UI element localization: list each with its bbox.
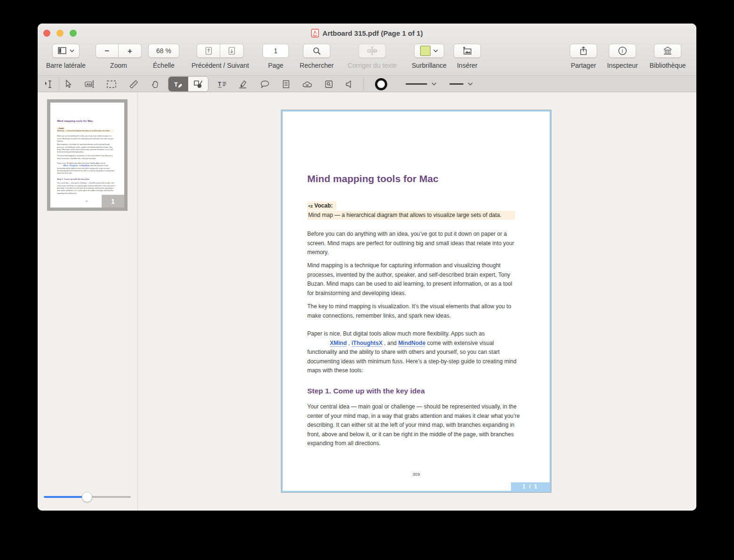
svg-text:x: x <box>368 49 370 52</box>
insert-button[interactable] <box>454 44 481 58</box>
search-button[interactable] <box>303 44 330 58</box>
library-building-icon <box>662 46 673 56</box>
text-annotation-icon: T <box>173 80 184 89</box>
inspector-button[interactable]: i <box>609 44 636 58</box>
share-button[interactable] <box>570 44 597 58</box>
paragraph-2: Mind mapping is a technique for capturin… <box>307 261 520 298</box>
speech-bubble-icon <box>260 80 270 89</box>
highlighter-icon <box>238 80 248 89</box>
link-mindnode[interactable]: MindNode <box>398 340 425 347</box>
ruler-icon <box>128 79 139 89</box>
sidebar-toggle-label: Barre latérale <box>46 62 86 69</box>
scale-button[interactable]: 68 % <box>148 44 179 58</box>
highlight-label: Surbrillance <box>412 62 447 69</box>
document-viewport[interactable]: Mind mapping tools for Mac <z Vocab: Min… <box>138 92 696 511</box>
chevron-down-icon <box>433 49 438 52</box>
page-content: Mind mapping tools for Mac <z Vocab: Min… <box>50 103 123 206</box>
inspector-label: Inspecteur <box>607 62 638 69</box>
speech-bubble-tool[interactable] <box>257 77 272 91</box>
document-title: Mind mapping tools for Mac <box>57 120 93 123</box>
sidebar-toggle-button[interactable] <box>52 44 80 58</box>
library-button[interactable] <box>654 44 681 58</box>
text-box-icon: T <box>217 80 227 89</box>
stamp-tool[interactable] <box>300 77 315 91</box>
thumbnail-zoom-slider[interactable] <box>44 492 131 502</box>
edit-text-tool[interactable]: Ab <box>82 77 97 91</box>
color-well[interactable] <box>374 77 389 91</box>
paragraph-2: Mind mapping is a technique for capturin… <box>57 144 115 153</box>
sidebar-icon <box>57 47 67 55</box>
highlight-button[interactable] <box>414 44 444 58</box>
pointer-tool[interactable] <box>61 77 76 91</box>
main-toolbar: Barre latérale − + Zoom 68 % Échelle <box>38 42 696 75</box>
vocab-label: Vocab: <box>59 128 64 129</box>
next-page-button[interactable] <box>220 44 244 58</box>
correct-text-button: x ab <box>359 44 386 58</box>
highlighter-tool[interactable] <box>236 77 251 91</box>
paragraph-1: Before you can do anything with an idea,… <box>57 135 115 143</box>
note-tool[interactable] <box>279 77 294 91</box>
selection-rectangle-icon <box>106 80 117 88</box>
highlight-color-swatch <box>420 46 431 56</box>
slider-thumb[interactable] <box>82 492 92 502</box>
link-ithoughtsx[interactable]: iThoughtsX <box>351 340 383 347</box>
text-box-tool[interactable]: T <box>215 77 230 91</box>
sound-tool[interactable] <box>342 77 357 91</box>
hand-icon <box>151 80 160 89</box>
ruler-tool[interactable] <box>126 77 141 91</box>
shapes-tool[interactable] <box>188 77 208 91</box>
hand-tool[interactable] <box>148 77 163 91</box>
document-title: Mind mapping tools for Mac <box>307 173 439 184</box>
paragraph-4: Paper is nice. But digital tools allow m… <box>57 162 115 175</box>
stamp-cloud-icon <box>302 80 313 89</box>
attachment-icon <box>324 80 334 89</box>
vocab-definition: Mind map — a hierarchical diagram that a… <box>307 211 515 220</box>
pdf-page[interactable]: Mind mapping tools for Mac <z Vocab: Min… <box>281 110 551 493</box>
vocab-heading: <z Vocab: <box>307 201 336 210</box>
paragraph-4: Paper is nice. But digital tools allow m… <box>307 329 520 376</box>
insert-label: Insérer <box>457 62 478 69</box>
svg-text:ab: ab <box>374 49 377 52</box>
zoom-out-button[interactable]: − <box>96 44 119 58</box>
zoom-in-button[interactable]: + <box>119 44 142 58</box>
paragraph-4-text: Paper is nice. But digital tools allow m… <box>57 162 105 164</box>
info-icon: i <box>618 46 627 56</box>
step-1-heading: Step 1. Come up with the key idea <box>307 387 425 395</box>
page-count-badge: 1 / 1 <box>511 482 550 491</box>
library-label: Bibliothèque <box>649 62 686 69</box>
pdf-file-icon: PDF <box>311 29 319 38</box>
paragraph-4-text: , <box>347 340 351 346</box>
correct-text-icon: x ab <box>367 46 377 56</box>
stroke-width-dropdown[interactable] <box>402 77 440 91</box>
chevron-down-icon <box>70 49 74 52</box>
select-rectangle-tool[interactable] <box>104 77 119 91</box>
vocab-label: Vocab: <box>314 202 333 209</box>
paragraph-4-text: , and <box>78 165 82 167</box>
attachment-tool[interactable] <box>321 77 336 91</box>
zoom-in-glyph: + <box>128 47 132 55</box>
toolbar-separator <box>363 77 364 91</box>
link-xmind[interactable]: XMind <box>330 340 347 347</box>
previous-page-button[interactable] <box>197 44 220 58</box>
page-field[interactable] <box>263 44 289 58</box>
paragraph-4-text: Paper is nice. But digital tools allow m… <box>307 330 485 337</box>
svg-text:PDF: PDF <box>313 34 317 37</box>
note-icon <box>281 80 291 89</box>
page-thumbnail[interactable]: Mind mapping tools for Mac <z Vocab: Min… <box>47 99 128 211</box>
annotate-text-tool[interactable]: T <box>168 77 188 91</box>
paragraph-3: The key to mind mapping is visualization… <box>57 155 115 160</box>
stroke-style-dropdown[interactable] <box>446 77 476 91</box>
thumbnail-sidebar: Mind mapping tools for Mac <z Vocab: Min… <box>38 92 138 511</box>
insert-image-icon <box>462 46 472 56</box>
arrow-up-box-icon <box>205 47 212 55</box>
arrow-down-box-icon <box>228 47 235 55</box>
chevron-down-icon <box>431 82 437 86</box>
content-area: Mind mapping tools for Mac <z Vocab: Min… <box>38 92 696 511</box>
select-text-tool[interactable] <box>42 77 57 91</box>
svg-text:Ab: Ab <box>86 82 91 87</box>
thumbnail-page-badge: 1 <box>102 195 124 208</box>
select-text-icon <box>44 79 55 89</box>
search-icon <box>312 47 321 56</box>
stroke-style-icon <box>449 83 463 85</box>
page-thumbnail-preview: Mind mapping tools for Mac <z Vocab: Min… <box>50 103 124 208</box>
